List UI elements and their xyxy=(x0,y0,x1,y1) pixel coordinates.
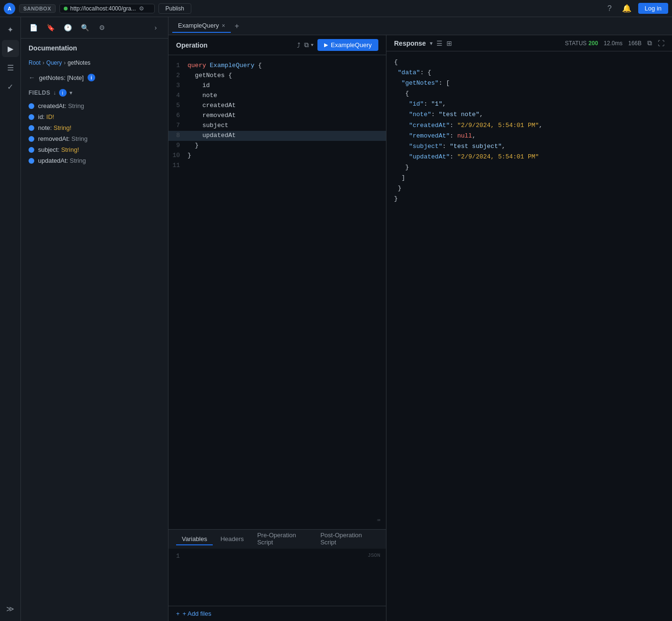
tab-post-operation-script[interactable]: Post-Operation Script xyxy=(315,530,378,549)
url-settings-icon[interactable]: ⚙ xyxy=(139,5,144,12)
icon-bar-check-button[interactable]: ✓ xyxy=(2,78,19,95)
code-line: 4 note xyxy=(168,91,386,101)
tab-headers[interactable]: Headers xyxy=(215,533,249,545)
play-icon: ▶ xyxy=(324,42,328,48)
fields-sort-button[interactable]: ↓ xyxy=(53,89,56,96)
list-item: id: ID! xyxy=(29,113,160,120)
operation-title: Operation xyxy=(176,41,208,49)
operation-header: Operation ⤴ ⧉ ▾ ▶ ExampleQuery xyxy=(168,35,386,55)
fullscreen-response-button[interactable]: ⛶ xyxy=(658,39,664,47)
code-line: 6 removedAt xyxy=(168,111,386,121)
breadcrumb-root[interactable]: Root xyxy=(29,59,40,66)
list-item: createdAt: String xyxy=(29,102,160,109)
editor-area: ExampleQuery × + Operation ⤴ ⧉ ▾ ▶ Examp… xyxy=(168,17,672,621)
icon-bar-schema-button[interactable]: ☰ xyxy=(2,59,19,76)
operation-panel: Operation ⤴ ⧉ ▾ ▶ ExampleQuery 1 query E… xyxy=(168,35,386,621)
tab-close-button[interactable]: × xyxy=(222,23,225,29)
response-time: 12.0ms xyxy=(604,40,623,47)
add-files-bar[interactable]: + + Add files xyxy=(168,606,386,621)
sidebar-collapse-button[interactable]: › xyxy=(149,21,162,34)
field-name: createdAt: String xyxy=(38,102,84,109)
icon-bar-play-button[interactable]: ▶ xyxy=(2,40,19,57)
field-name: note: String! xyxy=(38,124,71,131)
fields-info-badge: i xyxy=(59,89,67,97)
sidebar-settings-icon-button[interactable]: ⚙ xyxy=(95,21,109,34)
tab-pre-operation-script[interactable]: Pre-Operation Script xyxy=(251,530,313,549)
response-list-view-button[interactable]: ☰ xyxy=(436,39,443,47)
list-item: updatedAt: String xyxy=(29,157,160,164)
list-item: removedAt: String xyxy=(29,135,160,142)
json-label: JSON xyxy=(368,552,380,558)
sidebar-history-icon-button[interactable]: 🕐 xyxy=(61,21,74,34)
field-name: removedAt: String xyxy=(38,135,88,142)
sandbox-badge: SANDBOX xyxy=(19,4,56,13)
code-editor[interactable]: 1 query ExampleQuery { 2 getNotes { 3 id… xyxy=(168,55,386,529)
sidebar-docs-icon-button[interactable]: 📄 xyxy=(27,21,40,34)
response-header-right: STATUS 200 12.0ms 166B ⧉ ⛶ xyxy=(565,39,664,47)
sidebar-search-icon-button[interactable]: 🔍 xyxy=(78,21,91,34)
icon-bar-expand-button[interactable]: ≫ xyxy=(2,600,19,617)
editor-panels: Operation ⤴ ⧉ ▾ ▶ ExampleQuery 1 query E… xyxy=(168,35,672,621)
sidebar-toolbar: 📄 🔖 🕐 🔍 ⚙ › xyxy=(21,17,168,39)
tabs-bar: ExampleQuery × + xyxy=(168,17,672,35)
tab-add-button[interactable]: + xyxy=(231,22,243,30)
code-line: 3 id xyxy=(168,81,386,91)
main-layout: ✦ ▶ ☰ ✓ ≫ 📄 🔖 🕐 🔍 ⚙ › Documentation Root… xyxy=(0,17,672,621)
schema-name: getNotes: [Note] xyxy=(39,74,84,81)
keyboard-shortcut-hint: ⌨ xyxy=(377,517,380,525)
response-dropdown-icon[interactable]: ▾ xyxy=(430,40,433,47)
login-button[interactable]: Log in xyxy=(638,3,668,14)
sidebar-content: Documentation Root › Query › getNotes ← … xyxy=(21,39,168,621)
publish-button[interactable]: Publish xyxy=(158,3,191,14)
field-dot-icon xyxy=(29,114,34,120)
response-json: { "data": { "getNotes": [ { "id": "1", "… xyxy=(394,57,664,204)
tab-label: ExampleQuery xyxy=(178,22,219,29)
top-bar: A SANDBOX http://localhost:4000/gra... ⚙… xyxy=(0,0,672,17)
url-text: http://localhost:4000/gra... xyxy=(70,5,136,12)
top-bar-right: ? 🔔 Log in xyxy=(604,3,668,14)
response-panel: Response ▾ ☰ ⊞ STATUS 200 12.0ms 166B ⧉ … xyxy=(386,35,672,621)
share-icon-button[interactable]: ⤴ xyxy=(297,41,300,49)
run-button[interactable]: ▶ ExampleQuery xyxy=(317,39,378,51)
response-grid-view-button[interactable]: ⊞ xyxy=(446,39,452,47)
field-dot-icon xyxy=(29,125,34,131)
icon-bar-sparkle-button[interactable]: ✦ xyxy=(2,21,19,38)
connection-status-dot xyxy=(64,7,68,10)
code-line: 9 } xyxy=(168,141,386,151)
field-list: createdAt: String id: ID! note: String! … xyxy=(29,102,160,164)
code-line: 11 xyxy=(168,161,386,171)
status-code: 200 xyxy=(589,40,598,47)
logo: A xyxy=(4,3,15,14)
line-number-1: 1 xyxy=(176,552,180,560)
status-label: STATUS xyxy=(565,40,587,47)
copy-response-button[interactable]: ⧉ xyxy=(647,39,652,47)
back-arrow-icon[interactable]: ← xyxy=(29,74,35,81)
notifications-icon-button[interactable]: 🔔 xyxy=(621,3,632,14)
field-name: subject: String! xyxy=(38,146,79,153)
response-header: Response ▾ ☰ ⊞ STATUS 200 12.0ms 166B ⧉ … xyxy=(386,35,672,51)
variables-editor[interactable]: JSON 1 xyxy=(168,549,386,606)
response-body: { "data": { "getNotes": [ { "id": "1", "… xyxy=(386,51,672,621)
help-icon-button[interactable]: ? xyxy=(604,3,615,14)
url-bar[interactable]: http://localhost:4000/gra... ⚙ xyxy=(59,4,155,13)
field-name: id: ID! xyxy=(38,113,54,120)
tab-example-query[interactable]: ExampleQuery × xyxy=(172,19,231,33)
operation-header-right: ⤴ ⧉ ▾ ▶ ExampleQuery xyxy=(297,39,378,51)
code-line: 2 getNotes { xyxy=(168,71,386,81)
code-line: 7 subject xyxy=(168,121,386,131)
back-row: ← getNotes: [Note] i xyxy=(29,74,160,81)
fields-label: Fields xyxy=(29,89,50,96)
tab-variables[interactable]: Variables xyxy=(176,533,213,545)
schema-info-badge: i xyxy=(88,74,95,81)
sidebar-bookmark-icon-button[interactable]: 🔖 xyxy=(44,21,57,34)
documentation-title: Documentation xyxy=(29,44,160,52)
bottom-tabs-bar: Variables Headers Pre-Operation Script P… xyxy=(168,530,386,549)
status-badge: STATUS 200 xyxy=(565,40,598,47)
field-dot-icon xyxy=(29,136,34,142)
copy-icon-button[interactable]: ⧉ ▾ xyxy=(304,41,314,49)
bottom-tabs: Variables Headers Pre-Operation Script P… xyxy=(168,529,386,606)
field-dot-icon xyxy=(29,158,34,164)
breadcrumb-query[interactable]: Query xyxy=(46,59,62,66)
breadcrumb: Root › Query › getNotes xyxy=(29,59,160,66)
fields-dropdown-button[interactable]: ▾ xyxy=(69,89,72,96)
